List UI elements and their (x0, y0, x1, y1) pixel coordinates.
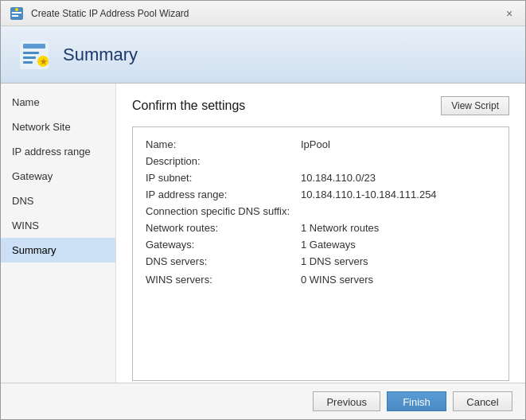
header-banner: ★ Summary (1, 26, 525, 84)
svg-rect-2 (12, 15, 18, 17)
summary-box: Name: IpPool Description: IP subnet: 10.… (132, 126, 509, 381)
sidebar-item-summary[interactable]: Summary (1, 238, 115, 262)
label-description: Description: (146, 155, 301, 167)
value-ip-subnet: 10.184.110.0/23 (301, 172, 376, 184)
content-area: Name Network Site IP address range Gatew… (1, 84, 525, 383)
value-name: IpPool (301, 138, 330, 150)
svg-point-3 (15, 8, 18, 11)
sidebar-item-network-site[interactable]: Network Site (1, 115, 115, 139)
svg-text:★: ★ (40, 57, 48, 66)
main-panel: Confirm the settings View Script Name: I… (116, 84, 525, 383)
summary-row-dns-servers: DNS servers: 1 DNS servers (146, 255, 496, 267)
sidebar: Name Network Site IP address range Gatew… (1, 84, 116, 383)
svg-rect-6 (23, 52, 39, 54)
wizard-icon: ★ (17, 37, 52, 72)
close-button[interactable]: × (501, 6, 517, 21)
value-dns-servers: 1 DNS servers (301, 255, 368, 267)
svg-rect-1 (12, 12, 21, 14)
label-dns-suffix: Connection specific DNS suffix: (146, 205, 301, 217)
summary-row-description: Description: (146, 155, 496, 167)
label-wins-servers: WINS servers: (146, 274, 301, 286)
previous-button[interactable]: Previous (313, 391, 380, 411)
label-dns-servers: DNS servers: (146, 255, 301, 267)
cancel-button[interactable]: Cancel (453, 391, 512, 411)
summary-row-ip-subnet: IP subnet: 10.184.110.0/23 (146, 172, 496, 184)
sidebar-item-gateway[interactable]: Gateway (1, 164, 115, 189)
label-gateways: Gateways: (146, 239, 301, 251)
value-ip-range: 10.184.110.1-10.184.111.254 (301, 189, 437, 200)
sidebar-item-name[interactable]: Name (1, 90, 115, 115)
summary-row-network-routes: Network routes: 1 Network routes (146, 222, 496, 234)
footer: Previous Finish Cancel (1, 383, 525, 419)
value-gateways: 1 Gateways (301, 239, 356, 251)
summary-row-ip-range: IP address range: 10.184.110.1-10.184.11… (146, 189, 496, 200)
title-bar-icon (9, 6, 25, 21)
finish-button[interactable]: Finish (387, 391, 446, 411)
sidebar-item-wins[interactable]: WINS (1, 213, 115, 238)
sidebar-item-ip-address-range[interactable]: IP address range (1, 139, 115, 164)
label-ip-subnet: IP subnet: (146, 172, 301, 184)
value-wins-servers: 0 WINS servers (301, 274, 373, 286)
view-script-button[interactable]: View Script (441, 96, 509, 115)
summary-row-wins-servers: WINS servers: 0 WINS servers (146, 274, 496, 286)
title-bar-title: Create Static IP Address Pool Wizard (31, 8, 189, 19)
main-title: Confirm the settings (132, 99, 245, 113)
summary-row-name: Name: IpPool (146, 138, 496, 150)
label-ip-range: IP address range: (146, 189, 301, 200)
header-title: Summary (63, 45, 138, 65)
wizard-window: Create Static IP Address Pool Wizard × ★… (0, 0, 526, 420)
svg-rect-8 (23, 61, 33, 64)
svg-rect-7 (23, 56, 36, 59)
label-name: Name: (146, 138, 301, 150)
label-network-routes: Network routes: (146, 222, 301, 234)
value-network-routes: 1 Network routes (301, 222, 379, 234)
svg-rect-5 (23, 44, 45, 49)
sidebar-item-dns[interactable]: DNS (1, 189, 115, 213)
main-header: Confirm the settings View Script (132, 96, 509, 115)
title-bar: Create Static IP Address Pool Wizard × (1, 1, 525, 26)
summary-row-gateways: Gateways: 1 Gateways (146, 239, 496, 251)
summary-row-dns-suffix: Connection specific DNS suffix: (146, 205, 496, 217)
